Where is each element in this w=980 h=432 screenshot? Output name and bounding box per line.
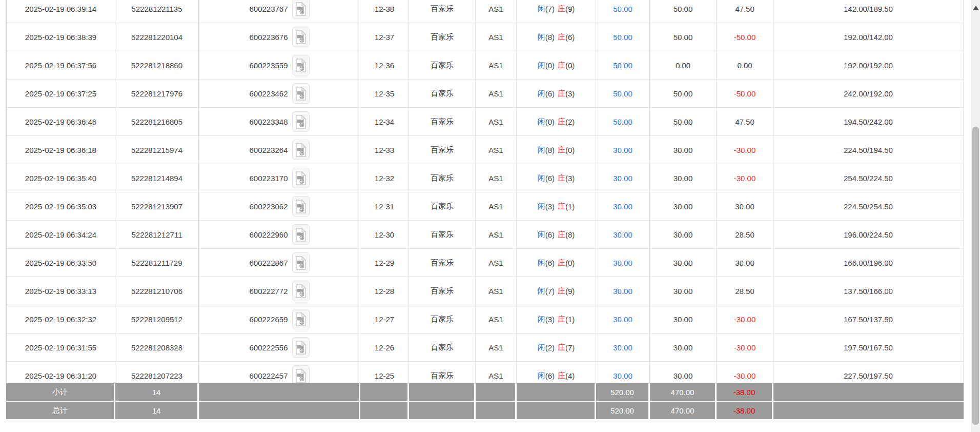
bet-amount-link[interactable]: 30.00 (613, 202, 632, 211)
video-replay-button[interactable] (292, 27, 310, 47)
banker-score: (9) (565, 287, 575, 296)
banker-label: 庄 (558, 89, 565, 99)
subtotal-empty-cell (360, 383, 409, 401)
table-row: 2025-02-19 06:38:39 522281220104 6002236… (6, 23, 964, 51)
bet-amount-link[interactable]: 50.00 (613, 5, 632, 13)
game-name-cell: 百家乐 (409, 221, 476, 248)
video-record-icon (295, 171, 307, 185)
bet-amount-link[interactable]: 50.00 (613, 61, 632, 70)
round-cell: 12-32 (360, 164, 409, 192)
winloss-cell: 28.50 (717, 221, 773, 248)
result-cell: 闲(8) 庄(6) (517, 23, 596, 51)
total-bet-amount: 520.00 (596, 402, 650, 419)
bet-amount-link[interactable]: 50.00 (613, 33, 632, 42)
table-row: 2025-02-19 06:34:24 522281212711 6002229… (6, 221, 964, 249)
balance-cell: 196.00/224.50 (773, 221, 964, 248)
round-cell: 12-27 (360, 305, 409, 333)
result-cell: 闲(6) 庄(0) (517, 249, 596, 277)
bet-amount-cell: 30.00 (596, 333, 650, 361)
subtotal-row: 小计 14 520.00 470.00 -38.00 (6, 383, 964, 401)
table-row: 2025-02-19 06:36:18 522281215974 6002232… (6, 136, 964, 164)
player-label: 闲 (538, 173, 545, 183)
player-score: (0) (545, 117, 555, 126)
order-number-cell: 522281218860 (115, 51, 199, 79)
result-cell: 闲(6) 庄(8) (517, 221, 596, 248)
bet-amount-link[interactable]: 30.00 (613, 146, 632, 154)
player-score: (8) (545, 146, 555, 154)
total-empty-cell (199, 402, 360, 419)
player-score: (6) (545, 89, 555, 98)
valid-amount-cell: 30.00 (650, 277, 717, 305)
round-cell: 12-29 (360, 249, 409, 277)
banker-label: 庄 (558, 258, 565, 268)
video-replay-button[interactable] (292, 252, 310, 273)
banker-label: 庄 (558, 145, 565, 155)
order-number-cell: 522281214894 (115, 164, 199, 192)
valid-amount-cell: 30.00 (650, 221, 717, 248)
player-label: 闲 (538, 230, 545, 240)
video-record-icon (295, 369, 307, 383)
video-replay-button[interactable] (292, 337, 310, 358)
scroll-up-arrow-icon[interactable] (973, 6, 979, 10)
scrollbar-thumb[interactable] (972, 127, 979, 425)
winloss-cell: 30.00 (717, 192, 773, 220)
video-record-icon (295, 256, 307, 270)
bet-amount-cell: 30.00 (596, 221, 650, 248)
table-name-cell: AS1 (476, 221, 517, 248)
banker-label: 庄 (558, 117, 565, 127)
result-cell: 闲(0) 庄(2) (517, 108, 596, 135)
balance-cell: 166.00/196.00 (773, 249, 964, 277)
video-record-icon (295, 143, 307, 157)
valid-amount-cell: 30.00 (650, 249, 717, 277)
video-replay-button[interactable] (292, 111, 310, 132)
bet-amount-link[interactable]: 30.00 (613, 315, 632, 324)
game-name-cell: 百家乐 (409, 80, 476, 107)
bet-amount-link[interactable]: 30.00 (613, 230, 632, 239)
balance-cell: 197.50/167.50 (773, 333, 964, 361)
video-replay-button[interactable] (292, 224, 310, 245)
bet-amount-link[interactable]: 30.00 (613, 371, 632, 380)
bet-amount-link[interactable]: 50.00 (613, 117, 632, 126)
round-cell: 12-30 (360, 221, 409, 248)
bet-amount-cell: 30.00 (596, 305, 650, 333)
game-name-cell: 百家乐 (409, 249, 476, 277)
video-replay-button[interactable] (292, 83, 310, 104)
bet-amount-link[interactable]: 50.00 (613, 89, 632, 98)
video-replay-button[interactable] (292, 0, 310, 19)
player-score: (6) (545, 174, 555, 183)
subtotal-count: 14 (115, 383, 199, 401)
video-replay-button[interactable] (292, 309, 310, 329)
game-number: 600223170 (249, 174, 288, 183)
video-record-icon (295, 58, 307, 72)
video-replay-button[interactable] (292, 196, 310, 217)
vertical-scrollbar[interactable] (971, 0, 980, 432)
player-label: 闲 (538, 145, 545, 155)
balance-cell: 142.00/189.50 (773, 0, 964, 23)
bet-amount-link[interactable]: 30.00 (613, 174, 632, 183)
summary-section: 小计 14 520.00 470.00 -38.00 总计 14 520.00 … (6, 383, 964, 419)
video-replay-button[interactable] (292, 140, 310, 160)
winloss-cell: -30.00 (717, 164, 773, 192)
valid-amount-cell: 30.00 (650, 164, 717, 192)
bet-amount-link[interactable]: 30.00 (613, 259, 632, 267)
balance-cell: 242.00/192.00 (773, 80, 964, 107)
bet-history-table: 2025-02-19 06:39:14 522281221135 6002237… (6, 0, 964, 390)
valid-amount-cell: 30.00 (650, 305, 717, 333)
video-replay-button[interactable] (292, 168, 310, 188)
video-replay-button[interactable] (292, 365, 310, 386)
table-row: 2025-02-19 06:37:56 522281218860 6002235… (6, 51, 964, 80)
game-name-cell: 百家乐 (409, 51, 476, 79)
bet-amount-link[interactable]: 30.00 (613, 343, 632, 352)
round-cell: 12-31 (360, 192, 409, 220)
video-replay-button[interactable] (292, 281, 310, 301)
order-number-cell: 522281220104 (115, 23, 199, 51)
player-score: (6) (545, 371, 555, 380)
order-number-cell: 522281208328 (115, 333, 199, 361)
bet-amount-link[interactable]: 30.00 (613, 287, 632, 296)
game-number-cell: 600223676 (199, 23, 360, 51)
player-label: 闲 (538, 32, 545, 42)
subtotal-winloss: -38.00 (717, 383, 773, 401)
bet-amount-cell: 30.00 (596, 136, 650, 164)
player-label: 闲 (538, 89, 545, 99)
video-replay-button[interactable] (292, 55, 310, 75)
